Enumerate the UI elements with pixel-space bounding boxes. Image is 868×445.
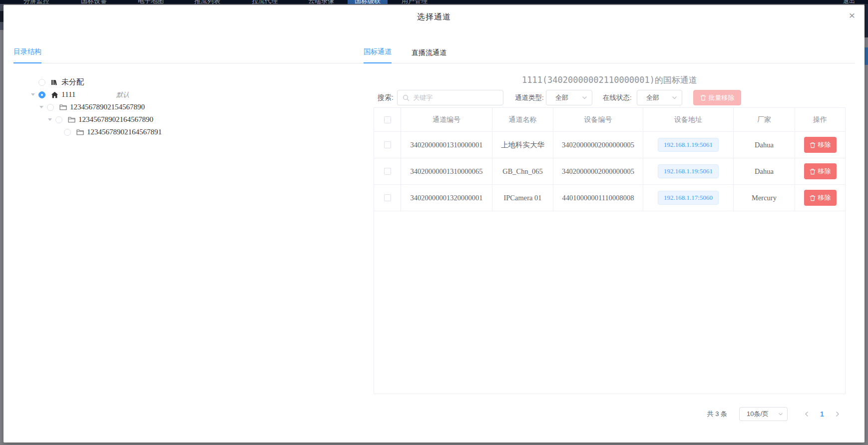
cell-channel-name: IPCamera 01 [492, 185, 553, 211]
pagination: 共 3 条 10条/页 1 [707, 406, 846, 422]
cell-device-id: 34020000002000000005 [553, 158, 643, 184]
channel-table: 通道编号 通道名称 设备编号 设备地址 厂家 操作 34020000001310… [374, 107, 846, 394]
tree-node-radio[interactable] [38, 79, 45, 86]
online-status-select[interactable]: 全部 [637, 90, 682, 105]
caret-down-icon[interactable] [48, 118, 52, 121]
trash-icon [700, 94, 706, 101]
search-label: 搜索: [378, 90, 394, 105]
batch-remove-label: 批量移除 [709, 93, 735, 102]
column-header-vendor: 厂家 [734, 108, 795, 131]
close-icon[interactable]: × [849, 10, 855, 20]
batch-remove-button[interactable]: 批量移除 [693, 90, 741, 105]
device-address-tag: 192.168.1.19:5061 [658, 164, 719, 178]
cell-channel-id: 34020000001320000001 [401, 185, 492, 211]
table-header-row: 通道编号 通道名称 设备编号 设备地址 厂家 操作 [374, 108, 845, 131]
tree-node[interactable]: 12345678902164567890 [13, 113, 353, 126]
search-icon [403, 94, 410, 101]
table-empty-area [374, 211, 845, 394]
navbar-menu-item: 分屏监控 [16, 0, 56, 4]
column-header-device-address: 设备地址 [643, 108, 734, 131]
cell-device-id: 44010000001110008008 [553, 185, 643, 211]
remove-button[interactable]: 移除 [804, 190, 837, 206]
cell-channel-name: GB_Chn_065 [492, 158, 553, 184]
tab-gb-channels[interactable]: 国标通道 [364, 47, 392, 63]
search-input-wrapper [397, 90, 503, 105]
remove-button[interactable]: 移除 [804, 163, 837, 179]
chevron-down-icon [582, 95, 587, 100]
row-checkbox[interactable] [384, 194, 391, 201]
backdrop-bottom-strip [0, 443, 868, 445]
chevron-right-icon [835, 411, 840, 417]
backdrop-left-strip [0, 4, 3, 443]
page-size-select[interactable]: 10条/页 [739, 407, 788, 421]
navbar-menu-item: 国标级联 [348, 0, 388, 4]
folder-icon [76, 128, 84, 136]
filter-toolbar: 搜索: 通道类型: 全部 在线状态: 全部 [3, 90, 865, 105]
trash-icon [810, 142, 816, 148]
column-header-device-id: 设备编号 [553, 108, 643, 131]
channel-type-select[interactable]: 全部 [546, 90, 592, 105]
chevron-down-icon [672, 95, 677, 100]
unassigned-icon [50, 78, 58, 86]
row-checkbox[interactable] [384, 168, 391, 175]
table-row: 34020000001310000065 GB_Chn_065 34020000… [374, 158, 845, 184]
next-page-button[interactable] [830, 407, 846, 421]
channel-list-heading: 1111(34020000002110000001)的国标通道 [374, 74, 846, 86]
navbar-right-label: 退出 [843, 0, 855, 4]
table-row: 34020000001320000001 IPCamera 01 4401000… [374, 184, 845, 211]
column-header-channel-id: 通道编号 [401, 108, 492, 131]
folder-icon [67, 116, 75, 124]
chevron-down-icon [778, 412, 783, 417]
tree-node-label: 12345678902164567890 [78, 115, 153, 124]
page-number-1[interactable]: 1 [815, 410, 830, 418]
navbar-menu-item: 国标设备 [74, 0, 114, 4]
navbar-menu-item: 推流列表 [187, 0, 227, 4]
top-navbar: 分屏监控国标设备电子地图推流列表拉流代理云端录像国标级联用户管理 退出 [0, 0, 868, 4]
table-row: 34020000001310000001 上地科实大华 340200000020… [374, 131, 845, 158]
online-status-value: 全部 [646, 93, 659, 102]
channel-type-value: 全部 [555, 93, 568, 102]
previous-page-button[interactable] [799, 407, 815, 421]
device-address-tag: 192.168.1.19:5061 [658, 138, 719, 152]
column-header-actions: 操作 [795, 108, 845, 131]
row-checkbox[interactable] [384, 141, 391, 148]
select-all-checkbox[interactable] [384, 116, 391, 123]
directory-tree: 未分配 1111 默认 12345678902154567890 [13, 76, 353, 138]
cell-channel-id: 34020000001310000001 [401, 132, 492, 158]
cell-vendor: Dahua [734, 132, 795, 158]
tab-live-stream-channels[interactable]: 直播流通道 [412, 48, 446, 63]
table-body: 34020000001310000001 上地科实大华 340200000020… [374, 131, 845, 211]
navbar-right-item: 退出 [843, 0, 855, 4]
select-channel-dialog: 选择通道 × 目录结构 国标通道 直播流通道 未分配 1111 默认 [3, 5, 865, 443]
chevron-left-icon [804, 411, 809, 417]
navbar-items: 分屏监控国标设备电子地图推流列表拉流代理云端录像国标级联用户管理 [0, 0, 868, 4]
device-address-tag: 192.168.1.17:5060 [658, 191, 719, 205]
cell-device-id: 34020000002000000005 [553, 132, 643, 158]
navbar-menu-item: 拉流代理 [245, 0, 285, 4]
dialog-title: 选择通道 [3, 12, 865, 22]
remove-button[interactable]: 移除 [804, 137, 837, 153]
cell-channel-id: 34020000001310000065 [401, 158, 492, 184]
tree-node-label: 未分配 [61, 77, 84, 87]
trash-icon [810, 195, 816, 201]
cell-vendor: Dahua [734, 158, 795, 184]
navbar-menu-item: 电子地图 [131, 0, 171, 4]
navbar-menu-item: 用户管理 [395, 0, 434, 4]
search-input[interactable] [413, 94, 498, 101]
navbar-menu-item: 云端录像 [301, 0, 341, 4]
column-header-channel-name: 通道名称 [492, 108, 553, 131]
tree-node[interactable]: 12345678902164567891 [13, 126, 353, 138]
channel-type-label: 通道类型: [515, 90, 544, 105]
tree-node-radio[interactable] [64, 129, 71, 136]
tab-directory-structure[interactable]: 目录结构 [13, 47, 41, 63]
cell-channel-name: 上地科实大华 [492, 132, 553, 158]
cell-vendor: Mercury [734, 185, 795, 211]
tree-node-radio[interactable] [55, 116, 62, 123]
caret-down-icon[interactable] [39, 106, 43, 108]
tab-bar: 目录结构 国标通道 直播流通道 [13, 43, 855, 63]
tree-node[interactable]: 未分配 [13, 76, 353, 88]
trash-icon [810, 168, 816, 175]
pagination-total: 共 3 条 [707, 410, 727, 419]
page-size-value: 10条/页 [747, 410, 769, 419]
backdrop-right-strip [865, 4, 868, 443]
